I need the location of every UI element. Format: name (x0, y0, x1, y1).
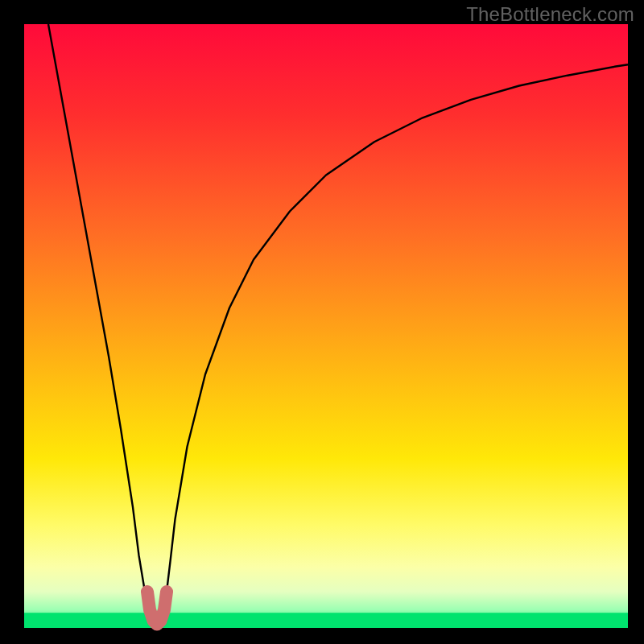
chart-background (24, 24, 628, 628)
bottleneck-chart (0, 0, 644, 644)
chart-frame: TheBottleneck.com (0, 0, 644, 644)
chart-baseline-band (24, 613, 628, 628)
watermark-text: TheBottleneck.com (466, 3, 634, 26)
